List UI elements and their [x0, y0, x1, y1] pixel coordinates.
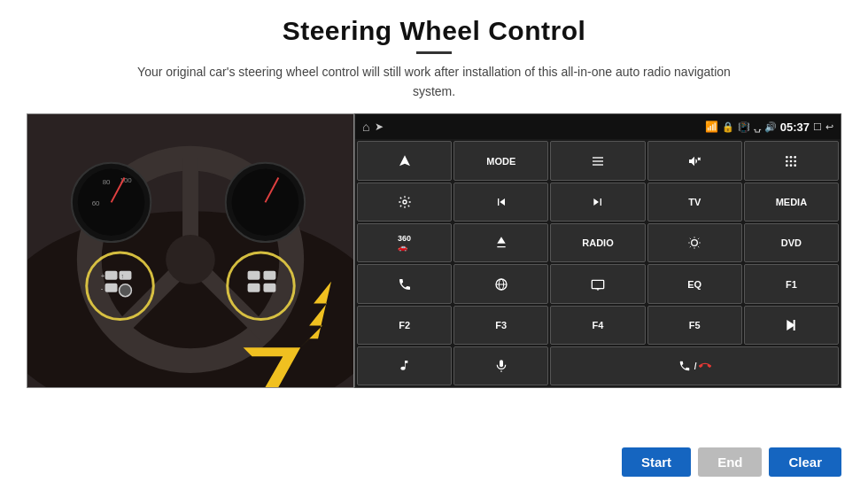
- btn-phone[interactable]: [357, 264, 452, 303]
- btn-mic[interactable]: [453, 346, 548, 385]
- svg-rect-31: [593, 157, 603, 158]
- svg-point-37: [790, 156, 793, 159]
- button-grid: MODE TV: [355, 139, 841, 387]
- status-time: 05:37: [780, 120, 810, 134]
- svg-point-44: [794, 164, 797, 167]
- btn-next[interactable]: [550, 183, 645, 222]
- btn-eq[interactable]: EQ: [647, 264, 742, 303]
- btn-dvd[interactable]: DVD: [744, 223, 839, 262]
- svg-point-42: [786, 164, 788, 167]
- status-left: ⌂ ➤: [362, 120, 384, 134]
- volume-icon: 🔊: [764, 121, 777, 133]
- btn-brightness[interactable]: [647, 223, 742, 262]
- svg-point-15: [120, 284, 132, 297]
- btn-eject[interactable]: [453, 223, 548, 262]
- btn-mute[interactable]: [647, 141, 742, 180]
- svg-rect-55: [500, 361, 503, 368]
- svg-text:-: -: [101, 284, 104, 292]
- btn-f1[interactable]: F1: [744, 264, 839, 303]
- sim-icon: 📳: [738, 121, 750, 133]
- btn-f3[interactable]: F3: [453, 306, 548, 345]
- radio-panel: ⌂ ➤ 📶 🔒 📳 ⍽ 🔊 05:37 ☐ ↩: [354, 113, 841, 388]
- svg-point-36: [786, 156, 788, 159]
- svg-point-43: [790, 164, 793, 167]
- btn-f2[interactable]: F2: [357, 306, 452, 345]
- svg-text:60: 60: [92, 200, 100, 208]
- home-icon: ⌂: [362, 120, 369, 134]
- btn-browser[interactable]: [453, 264, 548, 303]
- navigate-icon: ➤: [375, 120, 384, 133]
- svg-point-29: [232, 169, 299, 237]
- svg-point-23: [78, 169, 145, 237]
- btn-360[interactable]: 360🚗: [357, 223, 452, 262]
- btn-apps[interactable]: [744, 141, 839, 180]
- btn-f4[interactable]: F4: [550, 306, 645, 345]
- btn-screen[interactable]: [550, 264, 645, 303]
- clear-button[interactable]: Clear: [769, 447, 841, 477]
- window-icon: ☐: [813, 121, 822, 133]
- title-divider: [416, 51, 452, 54]
- svg-rect-32: [593, 160, 603, 161]
- car-image: + - ↑ 60 80 100: [27, 113, 354, 388]
- svg-point-39: [786, 159, 788, 162]
- svg-text:80: 80: [103, 179, 111, 187]
- page-title: Steering Wheel Control: [283, 16, 586, 46]
- status-bar: ⌂ ➤ 📶 🔒 📳 ⍽ 🔊 05:37 ☐ ↩: [355, 114, 841, 139]
- start-button[interactable]: Start: [622, 447, 691, 477]
- svg-rect-33: [593, 164, 603, 165]
- svg-point-46: [692, 240, 698, 246]
- bottom-buttons-bar: Start End Clear: [0, 442, 868, 482]
- subtitle-text: Your original car's steering wheel contr…: [115, 63, 753, 101]
- btn-tv[interactable]: TV: [647, 183, 742, 222]
- svg-point-41: [794, 159, 797, 162]
- svg-rect-50: [592, 280, 603, 288]
- page-wrapper: Steering Wheel Control Your original car…: [0, 0, 868, 482]
- svg-rect-16: [248, 271, 260, 280]
- bluetooth-icon: ⍽: [754, 121, 761, 133]
- btn-prev[interactable]: [453, 183, 548, 222]
- svg-rect-9: [105, 271, 118, 280]
- svg-point-40: [790, 159, 793, 162]
- btn-list[interactable]: [550, 141, 645, 180]
- btn-call-endcall[interactable]: /: [550, 346, 839, 385]
- btn-radio[interactable]: RADIO: [550, 223, 645, 262]
- lock-icon: 🔒: [722, 121, 734, 133]
- svg-rect-54: [794, 320, 795, 330]
- btn-navigate[interactable]: [357, 141, 452, 180]
- back-icon: ↩: [825, 121, 833, 133]
- content-row: + - ↑ 60 80 100: [0, 113, 868, 442]
- btn-f5[interactable]: F5: [647, 306, 742, 345]
- svg-text:+: +: [101, 272, 105, 280]
- end-button[interactable]: End: [698, 447, 762, 477]
- svg-rect-10: [105, 284, 118, 292]
- btn-settings[interactable]: [357, 183, 452, 222]
- svg-point-6: [166, 235, 215, 284]
- svg-rect-17: [263, 271, 275, 280]
- svg-point-38: [794, 156, 797, 159]
- btn-media[interactable]: MEDIA: [744, 183, 839, 222]
- svg-text:↑: ↑: [121, 273, 124, 279]
- svg-point-45: [403, 200, 407, 204]
- svg-rect-19: [263, 284, 275, 292]
- btn-mode[interactable]: MODE: [453, 141, 548, 180]
- wifi-icon: 📶: [705, 120, 718, 133]
- status-right: 📶 🔒 📳 ⍽ 🔊 05:37 ☐ ↩: [705, 120, 833, 134]
- svg-rect-18: [248, 284, 260, 292]
- btn-playpause[interactable]: [744, 306, 839, 345]
- top-section: Steering Wheel Control Your original car…: [0, 0, 868, 113]
- btn-music[interactable]: [357, 346, 452, 385]
